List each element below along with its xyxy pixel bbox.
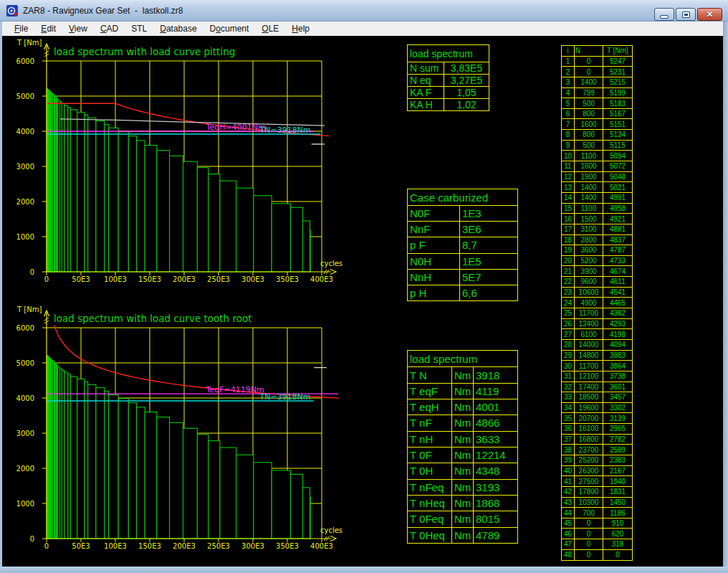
table-cell: 4094 [603, 339, 633, 350]
table-cell: 11700 [575, 308, 603, 319]
table-cell: 4382 [603, 308, 633, 319]
table-cell: T nH [408, 431, 452, 447]
menu-item-view[interactable]: View [62, 22, 94, 35]
spectrum-bar [68, 374, 71, 539]
table-cell: 7 [562, 119, 575, 130]
spectrum-bar [109, 128, 118, 272]
maximize-button[interactable] [676, 8, 696, 21]
table-cell: 3918 [474, 367, 518, 383]
table-cell: 2800 [575, 235, 603, 245]
table-cell: 0 [575, 549, 603, 560]
spectrum-bar [64, 372, 68, 539]
table-cell: 3193 [474, 479, 518, 495]
table-cell: 17400 [575, 382, 603, 392]
table-cell: 5094 [603, 151, 633, 161]
table-cell: 4900 [575, 298, 603, 308]
minimize-button[interactable] [654, 8, 674, 21]
table-cell: 9 [562, 140, 575, 151]
y-tick-label: 0 [30, 268, 34, 276]
load-curve-tooth-root-red [54, 326, 339, 398]
table-cell: 16800 [575, 434, 603, 445]
spectrum-bar [64, 105, 68, 272]
spectrum-bar [209, 441, 220, 539]
table-cell: 28 [562, 339, 575, 350]
column-header: i [562, 46, 575, 57]
table-cell: 12100 [575, 371, 603, 382]
spectrum-bar [183, 161, 197, 272]
x-tick-label: 100E3 [104, 542, 127, 550]
table-cell: 3601 [603, 382, 633, 392]
x-tick-label: 150E3 [138, 275, 161, 283]
close-button[interactable]: ✕ [697, 8, 722, 21]
table-cell: KA H [408, 99, 444, 111]
table-cell: 25200 [575, 455, 603, 465]
table-cell: 20 [562, 255, 575, 266]
table-cell: Nm [452, 463, 474, 479]
torque-results-table: load spectrumT NNm3918T eqFNm4119T eqHNm… [407, 350, 517, 544]
table-cell: 5134 [603, 130, 633, 141]
x-tick-label: 400E3 [310, 542, 333, 550]
y-tick-label: 0 [30, 535, 34, 543]
spectrum-bar [77, 112, 85, 272]
table-cell: 44 [562, 508, 575, 518]
y-tick-label: 5000 [16, 93, 34, 100]
spectrum-bar [236, 455, 254, 539]
spectrum-bar [145, 412, 157, 539]
table-title: load spectrum [408, 351, 518, 367]
menu-item-ole[interactable]: OLE [255, 22, 285, 35]
table-cell: Nm [452, 399, 474, 415]
menu-item-help[interactable]: Help [285, 22, 316, 35]
menu-item-cad[interactable]: CAD [94, 22, 125, 35]
table-cell: 2782 [603, 434, 633, 445]
table-cell: 3600 [575, 245, 603, 256]
table-cell: KA F [408, 87, 444, 99]
x-tick-label: 250E3 [207, 275, 230, 283]
table-cell: 8015 [474, 511, 518, 527]
table-cell: 32 [562, 382, 575, 392]
table-cell: 4881 [603, 224, 633, 235]
table-cell: 4541 [603, 287, 633, 298]
table-cell: 46 [562, 529, 575, 539]
y-tick-label: 5000 [16, 359, 34, 367]
table-cell: 4348 [474, 463, 518, 479]
spectrum-bar [236, 188, 254, 272]
table-cell: 1600 [575, 161, 603, 172]
menu-item-document[interactable]: Document [203, 22, 256, 35]
table-cell: 4787 [603, 245, 633, 256]
table-cell: 31 [562, 371, 575, 382]
spectrum-bar [209, 174, 220, 272]
table-cell: 2 [562, 67, 575, 77]
table-cell: 47 [562, 539, 575, 550]
table-cell: 5E7 [460, 269, 518, 285]
spectrum-bar [85, 115, 88, 272]
table-cell: 0 [575, 518, 603, 529]
table-cell: 620 [603, 529, 633, 539]
table-cell: 3983 [603, 350, 633, 361]
spectrum-bar [291, 207, 303, 272]
menu-item-edit[interactable]: Edit [34, 22, 62, 35]
table-cell: T 0F [408, 447, 452, 463]
table-cell: 6 [562, 108, 575, 119]
menu-item-file[interactable]: File [8, 22, 34, 35]
menu-item-database[interactable]: Database [153, 22, 203, 35]
table-cell: 36 [562, 424, 575, 435]
spectrum-data-table: iNT [Nm]10524720523131400521547995199550… [561, 45, 632, 561]
table-cell: 14800 [575, 350, 603, 361]
table-cell: 1831 [603, 486, 633, 497]
table-cell: 1,02 [444, 99, 489, 111]
table-cell: Nm [452, 495, 474, 511]
table-cell: 41 [562, 476, 575, 487]
table-cell: 3E6 [460, 222, 518, 237]
table-cell: 799 [575, 87, 603, 98]
table-cell: 18500 [575, 392, 603, 403]
spectrum-bar [77, 379, 85, 539]
table-title: load spectrum [408, 45, 489, 62]
x-tick-label: 400E3 [310, 275, 333, 283]
menu-item-stl[interactable]: STL [125, 22, 153, 35]
table-cell: 35 [562, 413, 575, 424]
y-tick-label: 6000 [16, 57, 34, 65]
table-cell: 1 [562, 56, 575, 67]
table-cell: 0 [575, 56, 603, 67]
y-tick-label: 4000 [16, 394, 34, 402]
app-icon [6, 5, 18, 16]
